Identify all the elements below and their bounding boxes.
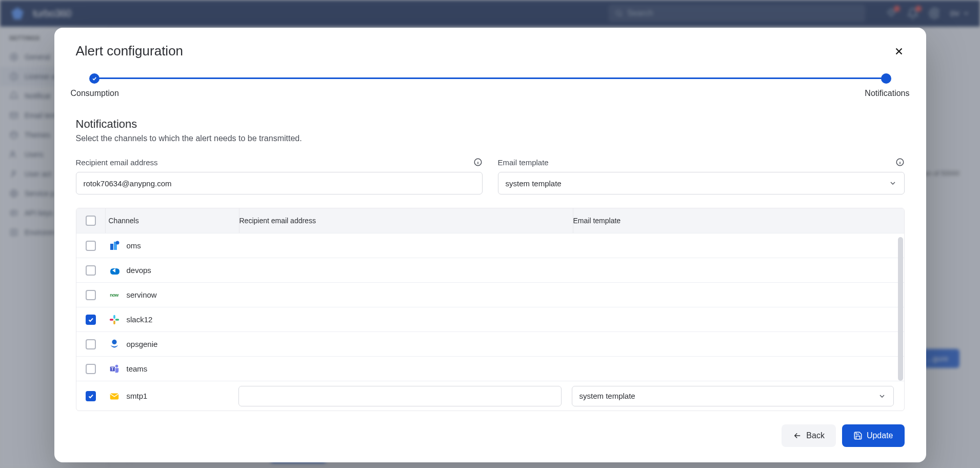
svg-rect-22 [115, 319, 118, 321]
channel-name: opsgenie [127, 340, 158, 348]
step-notifications-label: Notifications [865, 89, 909, 98]
channel-checkbox[interactable] [86, 315, 96, 325]
row-email-input[interactable] [238, 386, 562, 406]
channel-checkbox[interactable] [86, 339, 96, 349]
channel-name: devops [127, 266, 151, 275]
table-row: devops [76, 258, 904, 282]
svg-rect-24 [109, 319, 113, 321]
channel-checkbox[interactable] [86, 265, 96, 276]
stepper: Consumption Notifications [91, 70, 889, 106]
th-template: Email template [573, 217, 904, 225]
step-consumption-dot [89, 73, 99, 84]
table-row: smtp1system template [76, 381, 904, 411]
channels-table: Channels Recipient email address Email t… [76, 208, 905, 411]
channel-checkbox[interactable] [86, 364, 96, 374]
channel-name: slack12 [127, 315, 153, 324]
channel-name: teams [127, 364, 148, 373]
update-button[interactable]: Update [842, 424, 905, 447]
th-channels: Channels [106, 217, 239, 225]
back-button[interactable]: Back [782, 424, 836, 447]
section-subtitle: Select the channels to which the alert n… [76, 134, 905, 143]
channel-checkbox[interactable] [86, 290, 96, 300]
chevron-down-icon [889, 179, 897, 187]
arrow-left-icon [793, 431, 802, 440]
svg-point-25 [112, 339, 116, 344]
template-label: Email template [498, 158, 549, 167]
row-template-select[interactable]: system template [572, 386, 894, 406]
email-template-select[interactable]: system template [498, 172, 905, 194]
recipient-email-input[interactable] [76, 172, 483, 194]
oms-icon [108, 240, 121, 252]
channel-name: oms [127, 241, 141, 250]
smtp-icon [108, 390, 121, 402]
recipient-label: Recipient email address [76, 158, 158, 167]
teams-icon: T [108, 363, 121, 375]
table-row: oms [76, 233, 904, 258]
chevron-down-icon [878, 392, 886, 400]
th-email: Recipient email address [239, 217, 573, 225]
channel-checkbox[interactable] [86, 391, 96, 401]
servicenow-icon: now [108, 289, 121, 301]
select-all-checkbox[interactable] [86, 216, 96, 226]
section-title: Notifications [76, 118, 905, 131]
scrollbar[interactable] [898, 237, 903, 381]
svg-text:T: T [111, 366, 113, 371]
table-row: Tteams [76, 356, 904, 381]
info-icon[interactable] [895, 158, 905, 167]
table-row: slack12 [76, 307, 904, 332]
svg-point-20 [115, 241, 119, 244]
table-row: opsgenie [76, 332, 904, 356]
step-consumption-label: Consumption [71, 89, 119, 98]
channel-name: smtp1 [127, 392, 148, 400]
channel-name: servinow [127, 290, 157, 299]
svg-rect-18 [110, 244, 113, 250]
svg-point-28 [115, 364, 118, 367]
save-icon [853, 431, 863, 440]
modal-overlay: Alert configuration Consumption Notifica… [0, 0, 980, 468]
table-row: nowservinow [76, 282, 904, 307]
devops-icon [108, 264, 121, 277]
info-icon[interactable] [473, 158, 483, 167]
slack-icon [108, 314, 121, 326]
svg-rect-21 [113, 315, 115, 318]
alert-config-modal: Alert configuration Consumption Notifica… [54, 28, 926, 462]
step-notifications-dot [881, 73, 891, 84]
close-icon[interactable] [893, 46, 905, 57]
opsgenie-icon [108, 338, 121, 350]
channel-checkbox[interactable] [86, 241, 96, 251]
svg-rect-23 [113, 320, 115, 324]
modal-title: Alert configuration [76, 43, 184, 59]
